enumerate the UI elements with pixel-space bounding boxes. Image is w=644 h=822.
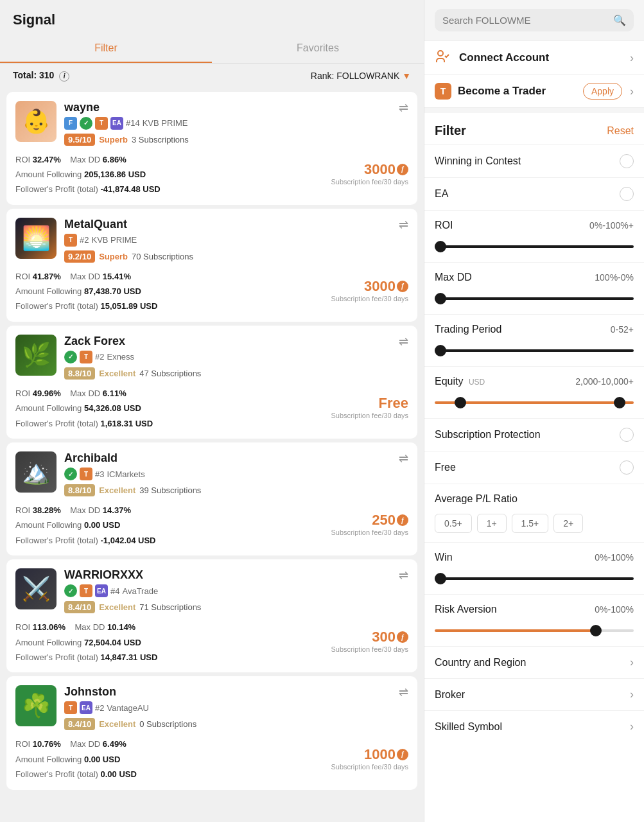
trader-rank: #3 — [95, 469, 104, 479]
price-sub: Subscription fee/30 days — [331, 763, 408, 771]
winning-contest-toggle[interactable] — [620, 154, 634, 168]
rating-label: Excellent — [99, 369, 135, 378]
filter-adjust-icon[interactable]: ⇌ — [399, 568, 408, 582]
trader-name[interactable]: WARRIORXXX — [64, 568, 408, 582]
maxdd-label: Max DD — [435, 272, 472, 283]
trader-badges: T EA #2 VantageAU — [64, 701, 408, 714]
price-sub: Subscription fee/30 days — [331, 178, 408, 186]
maxdd-value: 100%-0% — [595, 272, 634, 283]
price-sub: Subscription fee/30 days — [331, 412, 408, 419]
trading-period-label: Trading Period — [435, 324, 501, 335]
risk-slider-thumb[interactable] — [590, 625, 602, 636]
maxdd-slider-thumb[interactable] — [435, 293, 446, 304]
pl-ratio-buttons: 0.5+ 1+ 1.5+ 2+ — [424, 514, 644, 542]
chevron-right-icon: › — [630, 720, 634, 733]
subscriptions-count: 71 Subscriptions — [139, 602, 201, 612]
pl-btn-1-5[interactable]: 1.5+ — [512, 514, 549, 533]
trader-badges: T #2 KVB PRIME — [64, 234, 408, 247]
pl-btn-2[interactable]: 2+ — [553, 514, 583, 533]
apply-button[interactable]: Apply — [583, 83, 622, 100]
filter-skilled-symbol[interactable]: Skilled Symbol › — [424, 710, 644, 742]
trader-badges: ✓ T EA #4 AvaTrade — [64, 584, 408, 597]
coin-icon: ƒ — [397, 631, 408, 643]
avatar-zackforex[interactable]: 🌿 — [15, 335, 57, 376]
trader-name[interactable]: Johnston — [64, 685, 408, 699]
coin-icon: ƒ — [397, 514, 408, 526]
badge-ea: EA — [95, 584, 108, 597]
trader-broker: Exness — [107, 352, 134, 362]
trader-card-archibald: ⇌ 🏔️ Archibald ✓ T #3 ICMarkets 8.8/10 E… — [6, 442, 417, 555]
badge-trader: T — [95, 117, 108, 130]
pl-btn-1[interactable]: 1+ — [477, 514, 507, 533]
card-price: 1000 ƒ Subscription fee/30 days — [331, 746, 408, 771]
win-value: 0%-100% — [595, 552, 634, 563]
coin-icon: ƒ — [397, 281, 408, 292]
filter-ea: EA — [424, 177, 644, 210]
reset-button[interactable]: Reset — [607, 125, 634, 137]
trader-name[interactable]: MetalQuant — [64, 218, 408, 231]
coin-icon: ƒ — [397, 164, 408, 175]
avatar-archibald[interactable]: 🏔️ — [15, 451, 57, 493]
filter-adjust-icon[interactable]: ⇌ — [399, 451, 408, 466]
card-price: 300 ƒ Subscription fee/30 days — [331, 629, 408, 653]
equity-slider-left[interactable] — [455, 397, 466, 408]
win-slider-thumb[interactable] — [435, 573, 446, 584]
badge-trader: T — [80, 584, 92, 597]
equity-slider-right[interactable] — [614, 397, 625, 408]
chevron-right-icon: › — [630, 688, 634, 701]
subscriptions-count: 0 Subscriptions — [139, 719, 196, 729]
avatar-wayne[interactable]: 👶 — [15, 101, 57, 142]
free-label: Free — [435, 462, 456, 473]
filter-broker[interactable]: Broker › — [424, 678, 644, 710]
filter-equity-header: Equity USD 2,000-10,000+ — [424, 366, 644, 396]
info-icon[interactable]: i — [59, 71, 69, 82]
price-sub: Subscription fee/30 days — [331, 529, 408, 536]
search-input[interactable] — [442, 15, 608, 26]
trader-name[interactable]: Zack Forex — [64, 335, 408, 348]
filter-subscription-protection: Subscription Protection — [424, 418, 644, 451]
trader-name[interactable]: wayne — [64, 101, 408, 114]
tab-filter[interactable]: Filter — [0, 35, 212, 63]
score-badge: 9.2/10 — [64, 250, 95, 263]
free-toggle[interactable] — [620, 460, 634, 475]
roi-slider-thumb[interactable] — [435, 241, 446, 252]
filter-roi-header: ROI 0%-100%+ — [424, 210, 644, 240]
subscription-protection-toggle[interactable] — [620, 428, 634, 442]
filter-country-region[interactable]: Country and Region › — [424, 646, 644, 678]
country-region-label: Country and Region — [435, 657, 526, 669]
filter-header: Filter Reset — [424, 113, 644, 144]
avatar-johnston[interactable]: ☘️ — [15, 685, 57, 726]
badge-verified: ✓ — [64, 584, 77, 597]
svg-point-0 — [438, 51, 443, 56]
become-trader-row[interactable]: T Become a Trader Apply › — [424, 75, 644, 108]
pl-btn-0-5[interactable]: 0.5+ — [435, 514, 472, 533]
price-value: 3000 ƒ — [331, 161, 408, 178]
avatar-metalquant[interactable]: 🌅 — [15, 218, 57, 259]
badge-ea: EA — [110, 117, 123, 130]
become-trader-label: Become a Trader — [458, 85, 546, 98]
filter-adjust-icon[interactable]: ⇌ — [399, 685, 408, 699]
subscriptions-count: 39 Subscriptions — [139, 485, 201, 495]
rank-sort[interactable]: Rank: FOLLOWRANK ▼ — [311, 71, 411, 81]
score-badge: 8.8/10 — [64, 484, 95, 496]
filter-adjust-icon[interactable]: ⇌ — [399, 335, 408, 349]
trader-name[interactable]: Archibald — [64, 451, 408, 465]
ea-toggle[interactable] — [620, 187, 634, 201]
score-badge: 8.4/10 — [64, 718, 95, 730]
filter-adjust-icon[interactable]: ⇌ — [399, 101, 408, 115]
risk-slider — [424, 629, 644, 646]
filter-adjust-icon[interactable]: ⇌ — [399, 218, 408, 232]
filter-free: Free — [424, 451, 644, 484]
trading-period-slider-thumb[interactable] — [435, 345, 446, 356]
avatar-warriorxxx[interactable]: ⚔️ — [15, 568, 57, 609]
score-badge: 9.5/10 — [64, 134, 95, 146]
price-value: 3000 ƒ — [331, 278, 408, 295]
trader-rank: #4 — [110, 586, 119, 596]
trading-period-value: 0-52+ — [611, 324, 634, 335]
left-panel: Signal Filter Favorites Total: 310 i Ran… — [0, 0, 424, 822]
trader-t-icon: T — [435, 83, 451, 100]
connect-account-row[interactable]: Connect Account › — [424, 40, 644, 75]
tab-favorites[interactable]: Favorites — [212, 35, 424, 63]
score-badge: 8.4/10 — [64, 601, 95, 613]
trader-rank: #2 — [95, 352, 104, 362]
